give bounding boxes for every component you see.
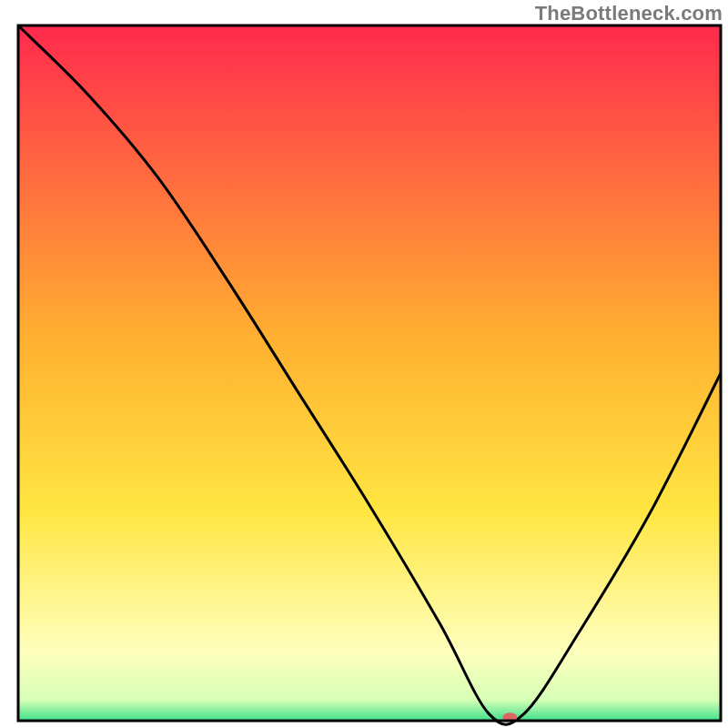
chart-container: TheBottleneck.com: [0, 0, 728, 728]
watermark-text: TheBottleneck.com: [535, 2, 723, 25]
bottleneck-chart: [0, 0, 728, 728]
plot-background: [18, 25, 721, 721]
